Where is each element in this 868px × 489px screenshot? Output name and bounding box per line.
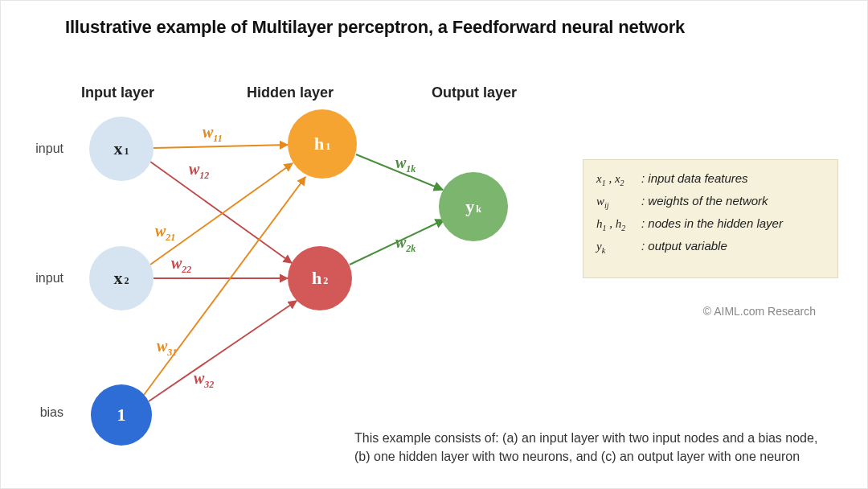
label-input-layer: Input layer bbox=[81, 84, 154, 101]
node-x2: x2 bbox=[89, 246, 154, 310]
weight-w21: w21 bbox=[155, 222, 175, 244]
legend-desc-4: : output variable bbox=[641, 239, 825, 253]
legend-key-3: h1 , h2 bbox=[596, 217, 641, 232]
label-output-layer: Output layer bbox=[432, 84, 517, 101]
node-x2-sub: 2 bbox=[125, 275, 129, 289]
legend-desc-3: : nodes in the hidden layer bbox=[641, 216, 825, 230]
legend-box: x1 , x2 : input data features wij : weig… bbox=[583, 159, 838, 278]
node-y-base: y bbox=[465, 196, 474, 217]
weight-w1k: w1k bbox=[395, 154, 416, 175]
node-x1-base: x bbox=[114, 138, 123, 159]
weight-w11: w11 bbox=[203, 123, 223, 145]
diagram-frame: Illustrative example of Multilayer perce… bbox=[0, 0, 868, 489]
legend-key-4: yk bbox=[596, 240, 641, 255]
diagram-title: Illustrative example of Multilayer perce… bbox=[65, 17, 685, 38]
legend-row-2: wij : weights of the network bbox=[596, 194, 825, 210]
node-x1-sub: 1 bbox=[125, 146, 129, 159]
legend-row-4: yk : output variable bbox=[596, 239, 825, 255]
node-h2-base: h bbox=[312, 268, 321, 289]
sidelabel-bias: bias bbox=[15, 405, 63, 420]
node-bias: 1 bbox=[91, 384, 152, 446]
credit-text: © AIML.com Research bbox=[703, 305, 816, 318]
legend-desc-2: : weights of the network bbox=[641, 194, 825, 208]
node-h1: h1 bbox=[288, 109, 357, 179]
weight-w2k: w2k bbox=[395, 233, 416, 255]
node-x2-base: x bbox=[114, 268, 123, 289]
node-h2-sub: 2 bbox=[323, 275, 328, 289]
node-bias-base: 1 bbox=[117, 405, 126, 425]
weight-w31: w31 bbox=[157, 337, 177, 359]
legend-key-2: wij bbox=[596, 195, 641, 210]
svg-line-1 bbox=[150, 162, 292, 263]
svg-line-2 bbox=[150, 163, 293, 265]
node-y: yk bbox=[439, 172, 508, 241]
sidelabel-input-1: input bbox=[15, 142, 63, 156]
node-y-sub: k bbox=[476, 203, 481, 217]
weight-w12: w12 bbox=[189, 160, 209, 182]
node-h1-base: h bbox=[314, 134, 324, 154]
caption-text: This example consists of: (a) an input l… bbox=[354, 429, 827, 466]
legend-desc-1: : input data features bbox=[641, 171, 825, 185]
legend-row-3: h1 , h2 : nodes in the hidden layer bbox=[596, 216, 825, 232]
label-hidden-layer: Hidden layer bbox=[247, 84, 334, 101]
weight-w22: w22 bbox=[171, 254, 191, 276]
sidelabel-input-2: input bbox=[15, 271, 63, 286]
node-h2: h2 bbox=[288, 246, 352, 310]
node-h1-sub: 1 bbox=[326, 141, 330, 154]
node-x1: x1 bbox=[89, 117, 154, 181]
svg-line-4 bbox=[144, 177, 305, 395]
weight-w32: w32 bbox=[194, 369, 214, 391]
legend-key-1: x1 , x2 bbox=[596, 172, 641, 187]
legend-row-1: x1 , x2 : input data features bbox=[596, 171, 825, 187]
